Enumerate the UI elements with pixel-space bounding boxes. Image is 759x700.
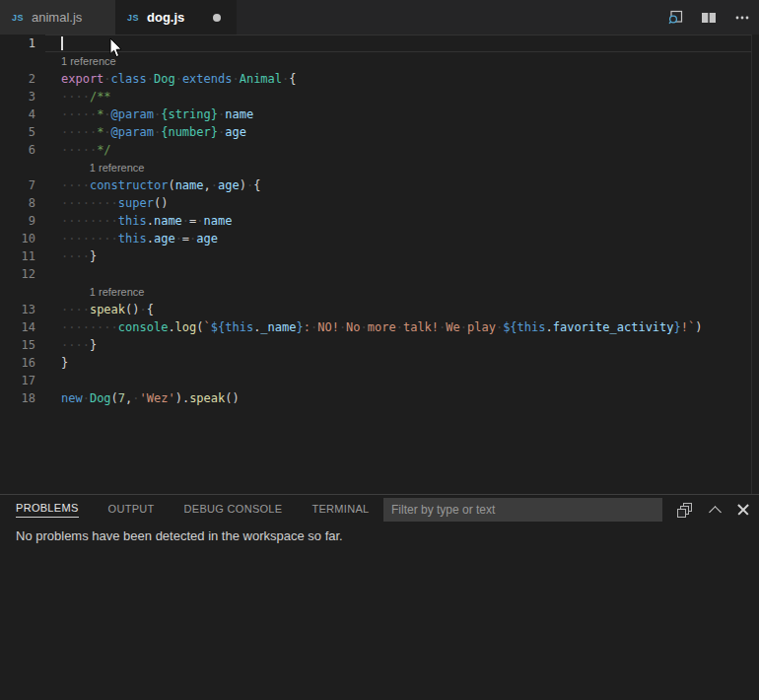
code-token: } bbox=[90, 249, 97, 263]
code-line[interactable]: ·····*·@param·{number}·age bbox=[45, 123, 246, 141]
code-token: name bbox=[175, 178, 204, 192]
tab-animal-js[interactable]: JS animal.js bbox=[0, 0, 115, 35]
code-line[interactable]: export·class·Dog·extends·Animal·{ bbox=[45, 70, 297, 88]
panel-tab-debug-console[interactable]: DEBUG CONSOLE bbox=[184, 503, 283, 518]
whitespace-dots: ········ bbox=[61, 214, 118, 228]
line-number[interactable]: 3 bbox=[0, 88, 45, 105]
line-number[interactable]: 18 bbox=[0, 389, 45, 407]
code-token: ${ bbox=[503, 320, 517, 334]
code-token: this bbox=[118, 232, 147, 245]
whitespace-dots: ········ bbox=[61, 232, 118, 245]
code-line[interactable]: ·····*·@param·{string}·name bbox=[45, 105, 253, 123]
code-token: more bbox=[368, 320, 396, 334]
code-line[interactable]: ····constructor(name,·age)·{ bbox=[45, 176, 260, 194]
line-number[interactable]: 1 bbox=[0, 35, 45, 52]
code-token: Animal bbox=[240, 72, 282, 86]
code-token: ( bbox=[111, 391, 118, 405]
code-editor[interactable]: 11 reference2export·class·Dog·extends·An… bbox=[0, 35, 759, 494]
line-number[interactable]: 17 bbox=[0, 372, 45, 389]
whitespace-dots: ···· bbox=[61, 303, 90, 316]
code-token: */ bbox=[97, 143, 110, 157]
split-editor-icon[interactable] bbox=[700, 9, 718, 27]
code-line[interactable] bbox=[45, 372, 61, 389]
code-line[interactable]: ····/** bbox=[45, 88, 111, 105]
more-actions-icon[interactable] bbox=[733, 9, 751, 27]
code-token: _name bbox=[260, 320, 296, 334]
code-line[interactable]: ········super() bbox=[45, 194, 168, 212]
code-token: = bbox=[182, 232, 189, 245]
code-line[interactable]: new·Dog(7,·'Wez').speak() bbox=[45, 389, 240, 407]
code-line[interactable]: ········this.age·=·age bbox=[45, 230, 218, 247]
panel-tab-output[interactable]: OUTPUT bbox=[108, 503, 155, 518]
line-number[interactable]: 7 bbox=[0, 176, 45, 194]
modified-dot-icon[interactable] bbox=[213, 14, 221, 22]
code-token: export bbox=[61, 72, 104, 86]
code-token: @param bbox=[111, 125, 154, 139]
line-number[interactable]: 9 bbox=[0, 212, 45, 230]
code-token: age bbox=[225, 125, 246, 139]
editor-tab-bar: JS animal.js JS dog.js bbox=[0, 0, 759, 35]
panel-tab-terminal[interactable]: TERMINAL bbox=[311, 503, 369, 518]
code-token: this bbox=[518, 320, 546, 334]
line-number[interactable]: 16 bbox=[0, 354, 45, 372]
line-number[interactable]: 10 bbox=[0, 230, 45, 247]
line-number[interactable]: 6 bbox=[0, 141, 45, 159]
code-line[interactable]: ····} bbox=[45, 247, 97, 265]
line-number[interactable]: 4 bbox=[0, 105, 45, 123]
code-line[interactable]: ·····*/ bbox=[45, 141, 111, 159]
code-token: this bbox=[118, 214, 147, 228]
code-line[interactable]: } bbox=[45, 354, 68, 372]
code-line[interactable]: ····} bbox=[45, 336, 97, 354]
code-line[interactable]: ········console.log(`${this._name}:·NO!·… bbox=[45, 318, 702, 336]
code-lens-label[interactable]: 1 reference bbox=[61, 55, 116, 67]
code-token: talk! bbox=[403, 320, 439, 334]
code-line-row: 12 bbox=[0, 265, 759, 283]
whitespace-dots: · bbox=[175, 232, 182, 245]
tab-dog-js[interactable]: JS dog.js bbox=[115, 0, 237, 35]
line-number[interactable]: 12 bbox=[0, 265, 45, 283]
code-lens-label[interactable]: 1 reference bbox=[61, 162, 144, 174]
code-lens[interactable]: 1 reference bbox=[45, 52, 116, 70]
whitespace-dots: ···· bbox=[61, 249, 90, 263]
code-lens-label[interactable]: 1 reference bbox=[61, 286, 144, 298]
code-lens-row: 1 reference bbox=[0, 283, 759, 301]
stacked-panels-icon[interactable] bbox=[678, 503, 693, 518]
code-token: . bbox=[545, 320, 552, 334]
line-number[interactable]: 14 bbox=[0, 318, 45, 336]
code-line[interactable] bbox=[45, 265, 61, 283]
code-line[interactable]: ····speak()·{ bbox=[45, 301, 154, 318]
panel-tab-problems[interactable]: PROBLEMS bbox=[16, 502, 79, 518]
search-editor-icon[interactable] bbox=[666, 9, 684, 27]
line-number[interactable]: 13 bbox=[0, 301, 45, 318]
code-token: play bbox=[467, 320, 496, 334]
code-token: console bbox=[118, 320, 169, 334]
line-number[interactable]: 8 bbox=[0, 194, 45, 212]
whitespace-dots: · bbox=[396, 320, 403, 334]
code-line[interactable]: ········this.name·=·name bbox=[45, 212, 232, 230]
code-token: ) bbox=[240, 178, 246, 192]
code-token: speak bbox=[189, 391, 225, 405]
code-line[interactable] bbox=[45, 35, 61, 52]
whitespace-dots: · bbox=[460, 320, 467, 334]
close-panel-icon[interactable] bbox=[737, 504, 749, 516]
code-token: new bbox=[61, 391, 83, 405]
whitespace-dots: ····· bbox=[61, 125, 97, 139]
code-token: { bbox=[289, 72, 296, 86]
problems-filter-input[interactable] bbox=[383, 498, 662, 522]
code-token: ${ bbox=[211, 320, 225, 334]
line-number[interactable]: 2 bbox=[0, 70, 45, 88]
code-token: ) bbox=[175, 391, 182, 405]
line-number[interactable]: 11 bbox=[0, 247, 45, 265]
code-lens[interactable]: 1 reference bbox=[45, 159, 144, 176]
code-token: name bbox=[204, 214, 233, 228]
code-line-row: 9········this.name·=·name bbox=[0, 212, 759, 230]
code-lens[interactable]: 1 reference bbox=[45, 283, 144, 301]
whitespace-dots: · bbox=[104, 107, 110, 121]
code-token: super bbox=[118, 196, 154, 210]
line-number[interactable]: 5 bbox=[0, 123, 45, 141]
maximize-panel-icon[interactable] bbox=[709, 506, 722, 519]
code-token: () bbox=[225, 391, 239, 405]
code-token: this bbox=[225, 320, 253, 334]
line-number[interactable]: 15 bbox=[0, 336, 45, 354]
whitespace-dots: · bbox=[83, 391, 90, 405]
